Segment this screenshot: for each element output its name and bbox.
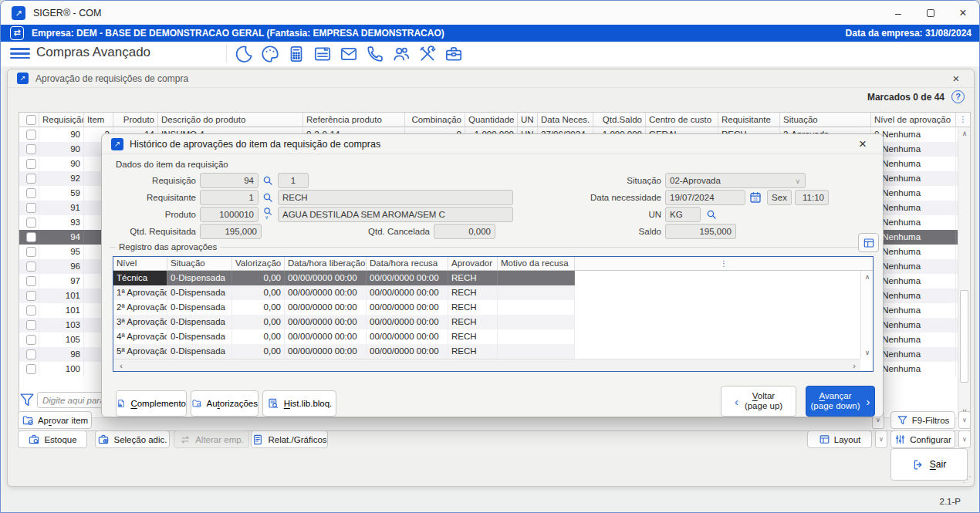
approval-row[interactable]: 2ª Aprovação 0-Dispensada 0,00 00/00/000…: [113, 300, 873, 315]
row-checkbox[interactable]: [26, 247, 36, 257]
row-checkbox[interactable]: [26, 144, 36, 154]
scroll-down-icon[interactable]: ∨: [861, 346, 874, 359]
row-checkbox[interactable]: [26, 320, 36, 330]
row-checkbox[interactable]: [26, 364, 36, 374]
row-checkbox[interactable]: [26, 159, 36, 169]
row-checkbox[interactable]: [26, 203, 36, 213]
row-checkbox[interactable]: [26, 276, 36, 286]
col-qtd-saldo[interactable]: Qtd.Saldo: [593, 113, 646, 127]
configurar-dropdown[interactable]: ∨: [958, 430, 971, 448]
approval-row[interactable]: 5ª Aprovação 0-Dispensada 0,00 00/00/000…: [113, 344, 873, 359]
col-liberacao[interactable]: Data/hora liberação: [285, 257, 367, 270]
avancar-button[interactable]: Avançar(page down) ›: [806, 386, 875, 417]
layout-dropdown[interactable]: ∨: [875, 430, 887, 448]
maximize-button[interactable]: [914, 1, 947, 25]
requisitions-close-icon[interactable]: ×: [948, 71, 965, 86]
calendar-icon[interactable]: 31: [749, 191, 762, 204]
relat-graficos-button[interactable]: Relat./Gráficos: [251, 430, 328, 448]
resize-grip[interactable]: ⋰: [963, 474, 972, 484]
col-recusa[interactable]: Data/hora recusa: [367, 257, 448, 270]
row-checkbox[interactable]: [26, 291, 36, 301]
col-un[interactable]: UN: [518, 113, 538, 127]
voltar-button[interactable]: ‹ Voltar(page up): [721, 386, 796, 417]
col-item[interactable]: Item: [84, 113, 113, 127]
help-icon[interactable]: ?: [951, 90, 965, 103]
row-checkbox[interactable]: [26, 130, 36, 140]
select-all-checkbox[interactable]: [26, 115, 36, 125]
scroll-up-icon[interactable]: ∧: [861, 271, 874, 283]
vertical-scrollbar[interactable]: ∧ ∨: [958, 127, 970, 417]
search-icon[interactable]: [705, 208, 718, 221]
f9-filtros-button[interactable]: F9-Filtros: [890, 411, 955, 429]
col-quantidade[interactable]: Quantidade: [465, 113, 518, 127]
news-window-icon[interactable]: [313, 44, 333, 64]
menu-hamburger-icon[interactable]: [10, 46, 30, 62]
selecao-adic-button[interactable]: Seleção adic.: [95, 430, 170, 448]
col-referencia[interactable]: Referência produto: [303, 113, 405, 127]
row-checkbox[interactable]: [26, 232, 36, 242]
hist-lib-bloq-button[interactable]: Hist.lib.bloq.: [262, 390, 336, 417]
minimize-button[interactable]: –: [882, 1, 914, 25]
phone-icon[interactable]: [365, 44, 385, 64]
users-icon[interactable]: [391, 44, 411, 64]
scroll-left-icon[interactable]: ‹: [115, 359, 127, 372]
row-checkbox[interactable]: [26, 218, 36, 228]
row-checkbox[interactable]: [26, 188, 36, 198]
row-checkbox[interactable]: [26, 349, 36, 359]
toolbox-icon[interactable]: [444, 44, 464, 64]
col-descricao[interactable]: Descrição do produto: [158, 113, 303, 127]
cell-nivel: 0-Nenhuma: [871, 127, 956, 142]
row-checkbox[interactable]: [26, 262, 36, 272]
col-requisitante[interactable]: Requisitante: [718, 113, 780, 127]
estoque-button[interactable]: Estoque: [18, 430, 87, 448]
col-nivel[interactable]: Nível: [113, 257, 167, 270]
table-config-button[interactable]: [858, 233, 879, 252]
situacao-select[interactable]: 02-Aprovada∨: [665, 173, 806, 188]
scrollbar-thumb[interactable]: [960, 290, 968, 383]
complemento-button[interactable]: Complemento: [116, 390, 187, 417]
horizontal-scrollbar[interactable]: ‹ ›: [19, 417, 958, 430]
configurar-button[interactable]: Configurar: [890, 430, 955, 448]
scroll-up-icon[interactable]: ∧: [958, 127, 971, 140]
vertical-scrollbar[interactable]: ∧ ∨: [860, 271, 873, 359]
col-nivel-aprovacao[interactable]: Nível de aprovação: [871, 113, 956, 127]
horizontal-scrollbar[interactable]: ‹ ›: [113, 359, 860, 371]
approval-row[interactable]: Técnica 0-Dispensada 0,00 00/00/0000 00:…: [113, 271, 873, 285]
approval-row[interactable]: 1ª Aprovação 0-Dispensada 0,00 00/00/000…: [113, 285, 873, 300]
tools-icon[interactable]: [417, 44, 438, 64]
col-produto[interactable]: Produto: [113, 113, 158, 127]
approval-row[interactable]: 3ª Aprovação 0-Dispensada 0,00 00/00/000…: [113, 315, 873, 329]
row-checkbox[interactable]: [26, 335, 36, 345]
f9-filtros-dropdown[interactable]: ∨: [958, 411, 971, 429]
sair-button[interactable]: Sair: [890, 448, 968, 481]
cell-recusa: 00/00/0000 00:00: [367, 329, 448, 344]
aprovar-item-button[interactable]: Aprovar item: [18, 411, 92, 429]
row-checkbox[interactable]: [26, 305, 36, 316]
col-valorizacao[interactable]: Valorização: [232, 257, 285, 270]
palette-icon[interactable]: [260, 44, 280, 64]
moon-icon[interactable]: [234, 44, 254, 64]
cell-situacao: 0-Dispensada: [167, 285, 232, 300]
col-situacao[interactable]: Situação: [780, 113, 871, 127]
search-icon[interactable]: [262, 191, 274, 204]
column-menu-icon[interactable]: ⋮: [956, 113, 970, 127]
approval-row[interactable]: 4ª Aprovação 0-Dispensada 0,00 00/00/000…: [113, 329, 873, 344]
col-aprovador[interactable]: Aprovador: [448, 257, 498, 270]
layout-button[interactable]: Layout: [807, 430, 872, 448]
scroll-right-icon[interactable]: ›: [848, 359, 860, 372]
col-combinacao[interactable]: Combinação: [405, 113, 465, 127]
calculator-icon[interactable]: [286, 44, 306, 64]
column-menu-icon[interactable]: ⋮: [575, 257, 873, 270]
col-situacao[interactable]: Situação: [167, 257, 232, 270]
spinner-down-icon[interactable]: ∨: [265, 214, 269, 221]
mail-icon[interactable]: [339, 44, 359, 64]
col-centro-custo[interactable]: Centro de custo: [646, 113, 718, 127]
col-requisicao[interactable]: Requisição: [39, 113, 84, 127]
dialog-close-icon[interactable]: ×: [853, 136, 872, 153]
search-icon[interactable]: [262, 174, 274, 187]
row-checkbox[interactable]: [26, 174, 36, 184]
close-button[interactable]: ×: [947, 1, 979, 25]
col-data-neces[interactable]: Data Neces.: [538, 113, 593, 127]
col-motivo[interactable]: Motivo da recusa: [498, 257, 575, 270]
autorizacoes-button[interactable]: Autorizações: [191, 390, 259, 417]
